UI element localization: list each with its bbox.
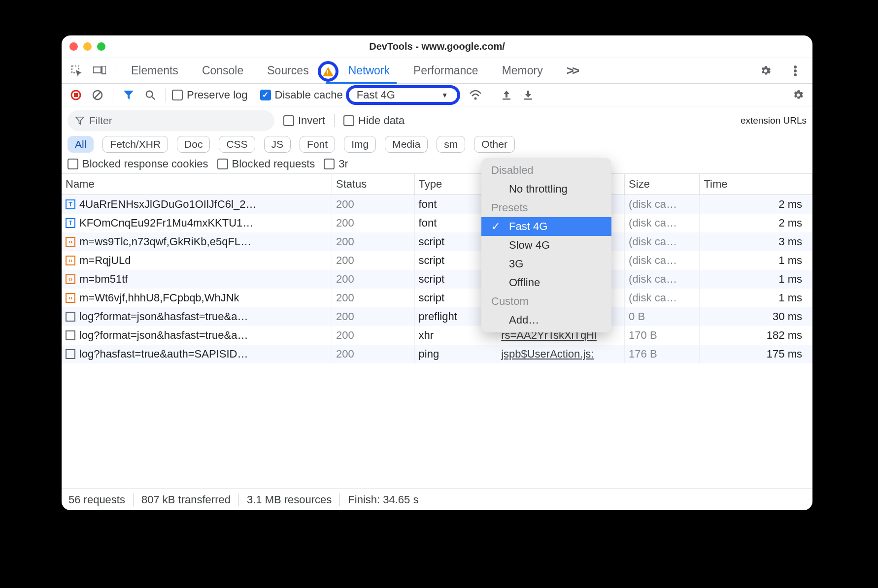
resource-type-icon: T	[66, 199, 75, 209]
status-transferred: 807 kB transferred	[134, 493, 239, 506]
chip-font[interactable]: Font	[300, 136, 335, 153]
svg-point-4	[794, 69, 797, 72]
table-row[interactable]: ‹›m=RqjULd200script58(disk ca…1 ms	[62, 251, 812, 270]
resource-type-icon: T	[66, 218, 75, 228]
menu-item-fast-4g[interactable]: Fast 4G	[481, 217, 611, 236]
svg-point-10	[146, 91, 153, 97]
tab-sources[interactable]: Sources	[255, 58, 320, 83]
minimize-window-button[interactable]	[83, 42, 92, 51]
table-row[interactable]: ‹›m=Wt6vjf,hhhU8,FCpbqb,WhJNk200scriptmo…	[62, 289, 812, 307]
table-row[interactable]: log?hasfast=true&auth=SAPISID…200pingjsp…	[62, 345, 812, 363]
menu-item-offline[interactable]: Offline	[481, 273, 611, 292]
chip-all[interactable]: All	[68, 136, 94, 153]
requests-table[interactable]: NameStatusTypeSizeTime T4UaRrENHsxJlGDuG…	[62, 174, 812, 489]
filter-toggle-icon[interactable]	[119, 86, 138, 104]
svg-point-5	[794, 73, 797, 76]
column-header[interactable]: Name	[62, 174, 332, 195]
separator	[166, 88, 166, 102]
separator	[113, 88, 113, 102]
svg-rect-2	[102, 66, 106, 74]
tab-elements[interactable]: Elements	[119, 58, 190, 83]
chevron-down-icon: ▼	[441, 91, 448, 99]
search-icon[interactable]	[141, 86, 160, 104]
svg-point-3	[794, 65, 797, 68]
clear-button[interactable]	[88, 86, 107, 104]
third-party-checkbox[interactable]: 3r	[324, 158, 348, 170]
preserve-log-checkbox[interactable]: Preserve log	[172, 89, 248, 101]
highlight-ring	[318, 61, 338, 82]
tab-performance[interactable]: Performance	[402, 58, 490, 83]
svg-rect-13	[503, 98, 510, 100]
chip-img[interactable]: Img	[344, 136, 376, 153]
menu-item-3g[interactable]: 3G	[481, 255, 611, 273]
inspect-element-icon[interactable]	[66, 60, 88, 82]
table-row[interactable]: log?format=json&hasfast=true&a…200xhrrs=…	[62, 326, 812, 345]
network-settings-gear-icon[interactable]	[789, 86, 808, 104]
tabs-overflow-button[interactable]: >>	[555, 58, 589, 83]
menu-item-no-throttling[interactable]: No throttling	[481, 180, 611, 198]
svg-point-12	[474, 97, 476, 99]
chip-css[interactable]: CSS	[219, 136, 255, 153]
throttling-dropdown-menu[interactable]: DisabledNo throttlingPresetsFast 4GSlow …	[481, 158, 611, 332]
zoom-window-button[interactable]	[97, 42, 105, 51]
throttling-select[interactable]: Fast 4G ▼	[346, 85, 460, 105]
close-window-button[interactable]	[69, 42, 78, 51]
tab-memory[interactable]: Memory	[490, 58, 555, 83]
column-header[interactable]: Status	[332, 174, 414, 195]
separator	[254, 88, 254, 102]
chip-other[interactable]: Other	[474, 136, 515, 153]
request-type-chips: AllFetch/XHRDocCSSJSFontImgMediasmOther	[68, 136, 807, 153]
menu-section-header: Disabled	[481, 161, 611, 180]
chip-media[interactable]: Media	[385, 136, 428, 153]
upload-har-icon[interactable]	[497, 86, 516, 104]
warning-icon	[323, 67, 334, 76]
window-titlebar: DevTools - www.google.com/	[62, 35, 812, 58]
table-row[interactable]: ‹›m=bm51tf200scriptmoduleloader.js:58(di…	[62, 270, 812, 289]
chip-js[interactable]: JS	[264, 136, 291, 153]
tab-console[interactable]: Console	[190, 58, 255, 83]
table-row[interactable]: T4UaRrENHsxJlGDuGo1OIlJfC6l_2…200fontn3:…	[62, 195, 812, 214]
resource-type-icon: ‹›	[66, 256, 75, 265]
column-header[interactable]: Size	[625, 174, 700, 195]
document-icon	[66, 330, 75, 340]
invert-checkbox[interactable]: Invert	[283, 114, 325, 127]
tab-network[interactable]: Network	[321, 58, 402, 83]
resource-type-icon: ‹›	[66, 237, 75, 247]
separator	[115, 64, 115, 78]
settings-gear-icon[interactable]	[754, 60, 777, 82]
chip-doc[interactable]: Doc	[177, 136, 210, 153]
table-row[interactable]: TKFOmCnqEu92Fr1Mu4mxKKTU1…200fontn3:(dis…	[62, 214, 812, 232]
column-header[interactable]: Time	[700, 174, 812, 195]
hide-data-urls-checkbox[interactable]: Hide data	[343, 114, 405, 127]
svg-rect-14	[524, 98, 532, 100]
disable-cache-checkbox[interactable]: Disable cache	[260, 89, 343, 101]
table-row[interactable]: log?format=json&hasfast=true&a…200prefli…	[62, 307, 812, 326]
network-toolbar: Preserve log Disable cache Fast 4G ▼	[62, 84, 812, 106]
status-bar: 56 requests 807 kB transferred 3.1 MB re…	[62, 489, 812, 510]
kebab-menu-icon[interactable]	[784, 60, 807, 82]
window-title: DevTools - www.google.com/	[62, 41, 812, 52]
status-finish: Finish: 34.65 s	[340, 493, 426, 506]
resource-type-icon: ‹›	[66, 293, 75, 303]
svg-rect-7	[74, 93, 78, 97]
menu-section-header: Presets	[481, 198, 611, 217]
separator	[491, 88, 491, 102]
devtools-tabstrip: Elements Console Sources Network Perform…	[62, 58, 812, 84]
network-conditions-icon[interactable]	[466, 86, 485, 104]
chip-sm[interactable]: sm	[437, 136, 465, 153]
menu-item-add-[interactable]: Add…	[481, 311, 611, 329]
status-resources: 3.1 MB resources	[239, 493, 340, 506]
blocked-requests-checkbox[interactable]: Blocked requests	[217, 158, 315, 170]
menu-section-header: Custom	[481, 292, 611, 311]
hide-extension-urls-label: extension URLs	[741, 115, 807, 126]
device-toolbar-icon[interactable]	[88, 60, 111, 82]
record-button[interactable]	[67, 86, 85, 104]
filter-input[interactable]: Filter	[68, 110, 274, 131]
filter-bar: Filter Invert Hide data extension URLs A…	[62, 106, 812, 174]
document-icon	[66, 312, 75, 322]
table-row[interactable]: ‹›m=ws9Tlc,n73qwf,GkRiKb,e5qFL…200script…	[62, 232, 812, 251]
blocked-response-cookies-checkbox[interactable]: Blocked response cookies	[68, 158, 208, 170]
chip-fetch-xhr[interactable]: Fetch/XHR	[102, 136, 168, 153]
menu-item-slow-4g[interactable]: Slow 4G	[481, 236, 611, 255]
download-har-icon[interactable]	[519, 86, 538, 104]
